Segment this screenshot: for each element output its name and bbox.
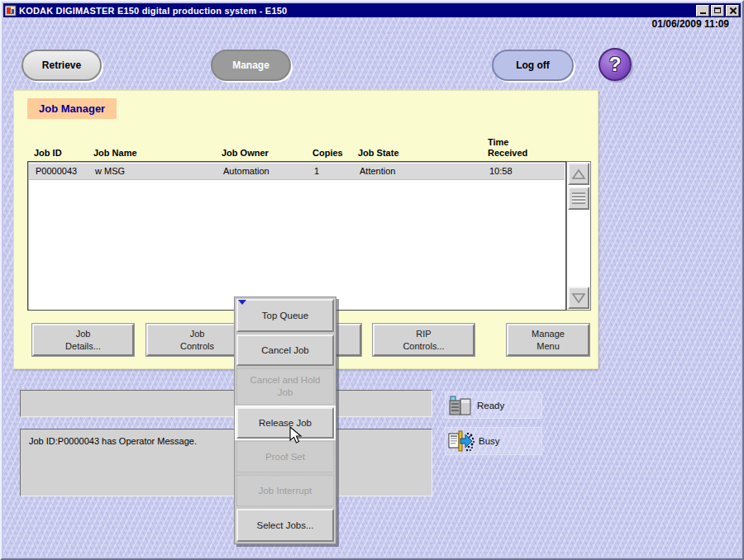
close-icon <box>729 7 737 14</box>
table-header-row: Job ID Job Name Job Owner Copies Job Sta… <box>14 132 598 159</box>
maximize-button[interactable] <box>711 5 724 17</box>
cell-job-name: w MSG <box>95 166 125 176</box>
col-header-job-state: Job State <box>358 148 399 159</box>
retrieve-button[interactable]: Retrieve <box>21 50 102 81</box>
job-list: P0000043 w MSG Automation 1 Attention 10… <box>27 161 566 311</box>
thumb-grip-icon <box>572 192 585 204</box>
rip-processing-icon <box>448 430 475 453</box>
rip-status-label: Busy <box>479 436 500 446</box>
app-window: KODAK DIGIMASTER E150 digital production… <box>0 0 744 560</box>
mouse-cursor <box>289 426 304 444</box>
window-title: KODAK DIGIMASTER E150 digital production… <box>19 6 694 16</box>
job-controls-button[interactable]: Job Controls <box>146 324 248 356</box>
menu-item-job-interrupt: Job Interrupt <box>236 475 334 506</box>
col-header-job-owner: Job Owner <box>222 148 269 159</box>
cell-job-owner: Automation <box>223 166 269 176</box>
logoff-button[interactable]: Log off <box>492 50 574 81</box>
manage-menu-button[interactable]: Manage Menu <box>507 324 589 356</box>
scrollbar[interactable] <box>566 161 591 311</box>
help-button[interactable]: ? <box>599 48 632 81</box>
app-icon <box>5 5 17 17</box>
menu-item-cancel-and-hold-job: Cancel and Hold Job <box>236 368 334 405</box>
close-button[interactable] <box>726 5 739 17</box>
titlebar: KODAK DIGIMASTER E150 digital production… <box>3 3 741 17</box>
question-mark-icon: ? <box>609 55 622 74</box>
datetime-display: 01/06/2009 11:09 <box>652 18 729 30</box>
scroll-down-button[interactable] <box>568 287 589 309</box>
operator-message-box: Job ID:P0000043 has Operator Message. <box>20 429 432 496</box>
job-controls-menu: Top Queue Cancel Job Cancel and Hold Job… <box>234 297 336 544</box>
menu-item-release-job[interactable]: Release Job <box>236 407 334 439</box>
minimize-button[interactable] <box>696 5 709 17</box>
status-bar <box>20 390 432 417</box>
down-arrow-icon <box>571 292 586 304</box>
maximize-icon <box>714 7 721 13</box>
col-header-time-received: Time Received <box>488 137 539 160</box>
job-details-button[interactable]: Job Details... <box>32 324 134 356</box>
manage-button[interactable]: Manage <box>211 50 291 81</box>
up-arrow-icon <box>571 168 586 180</box>
rip-status-indicator: Busy <box>445 427 542 455</box>
col-header-copies: Copies <box>312 148 343 159</box>
page-title: Job Manager <box>27 98 117 119</box>
printer-status-indicator: Ready <box>445 392 542 419</box>
menu-item-select-jobs[interactable]: Select Jobs... <box>236 509 334 542</box>
menu-item-cancel-job[interactable]: Cancel Job <box>236 335 334 366</box>
scroll-up-button[interactable] <box>568 163 589 185</box>
cell-job-state: Attention <box>360 166 395 176</box>
col-header-job-id: Job ID <box>34 148 62 159</box>
cell-time-received: 10:58 <box>489 166 513 176</box>
printer-icon <box>448 395 473 416</box>
printer-status-label: Ready <box>477 401 504 411</box>
cell-job-id: P0000043 <box>36 166 77 176</box>
menu-item-proof-set: Proof Set <box>236 441 334 472</box>
cell-copies: 1 <box>314 166 319 176</box>
table-row[interactable]: P0000043 w MSG Automation 1 Attention 10… <box>29 164 565 180</box>
menu-marker-icon <box>238 300 246 305</box>
rip-controls-button[interactable]: RIP Controls... <box>373 324 475 356</box>
minimize-icon <box>700 12 706 14</box>
menu-item-top-queue[interactable]: Top Queue <box>236 299 334 332</box>
col-header-job-name: Job Name <box>93 148 137 159</box>
scrollbar-thumb[interactable] <box>568 187 589 210</box>
